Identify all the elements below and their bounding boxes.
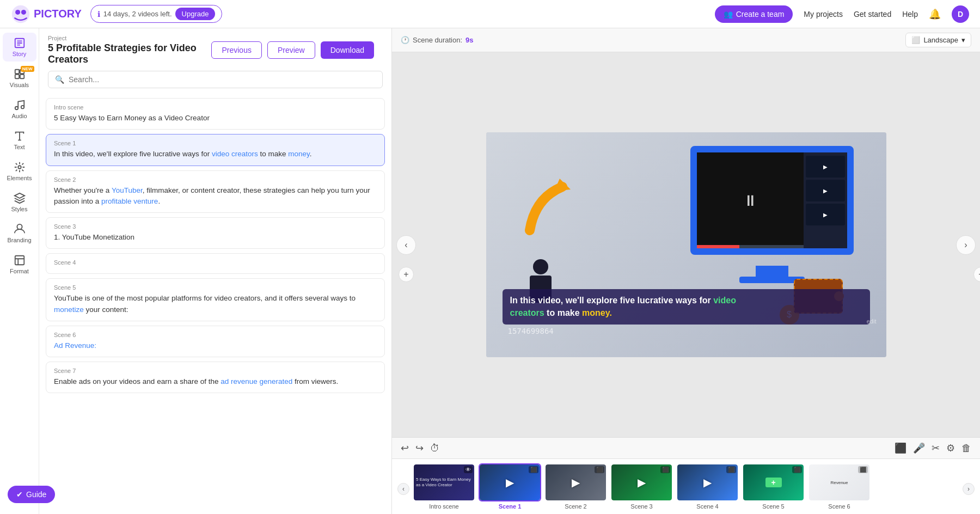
prev-scene-arrow[interactable]: ‹ xyxy=(396,235,416,255)
sidebar-item-styles[interactable]: Styles xyxy=(3,188,36,217)
scene-ad-revenue-2: ad revenue generated xyxy=(220,377,292,386)
scene-label-7: Scene 7 xyxy=(54,368,377,374)
mini-play-icon-2: ▶ xyxy=(823,188,828,194)
scene-card-1[interactable]: Scene 1 In this video, we'll explore fiv… xyxy=(46,134,385,166)
timeline-scroll-left[interactable]: ‹ xyxy=(397,483,409,495)
scene-text-2: Whether you're a YouTuber, filmmaker, or… xyxy=(54,185,377,207)
add-right-icon[interactable]: + xyxy=(973,267,980,282)
styles-icon xyxy=(14,192,26,204)
scene-duration-label: Scene duration: xyxy=(413,36,462,44)
help-link[interactable]: Help xyxy=(902,10,918,19)
scene-card-4[interactable]: Scene 4 xyxy=(46,253,385,274)
arrow-illustration xyxy=(513,176,579,243)
timeline-scroll-right[interactable]: › xyxy=(963,483,975,495)
timeline-item-scene6[interactable]: Revenue ⬛ Scene 6 xyxy=(808,463,871,512)
tl-s3-icon: ⬛ xyxy=(660,466,670,473)
sidebar-item-text[interactable]: Text xyxy=(3,126,36,155)
next-scene-arrow[interactable]: › xyxy=(956,235,976,255)
sidebar-item-elements[interactable]: Elements xyxy=(3,157,36,186)
sidebar-text-label: Text xyxy=(14,144,24,150)
landscape-selector[interactable]: ⬜ Landscape ▾ xyxy=(905,33,971,47)
sidebar-item-story[interactable]: Story xyxy=(3,33,36,62)
layout-icon[interactable]: ⬛ xyxy=(895,442,906,454)
sidebar-visuals-label: Visuals xyxy=(10,82,29,88)
tl-play-btn-s2: ▶ xyxy=(572,476,580,489)
video-panel: 🕐 Scene duration: 9s ⬜ Landscape ▾ ‹ xyxy=(392,28,980,514)
search-box[interactable]: 🔍 xyxy=(48,71,383,88)
avatar[interactable]: D xyxy=(952,5,969,23)
svg-rect-4 xyxy=(15,70,19,74)
guide-button[interactable]: ✔ Guide xyxy=(8,486,55,503)
timeline-row: ‹ 5 Easy Ways to Earn Money as a Video C… xyxy=(397,463,975,514)
search-icon: 🔍 xyxy=(55,75,64,84)
timeline-item-scene1[interactable]: ▶ ⬛ Scene 1 xyxy=(479,463,541,512)
edit-marker: edit xyxy=(867,318,877,325)
my-projects-link[interactable]: My projects xyxy=(804,10,843,19)
timeline-item-scene3[interactable]: ▶ ⬛ Scene 3 xyxy=(610,463,673,512)
tl-s5-icon: ⬛ xyxy=(792,466,802,473)
audio-icon xyxy=(14,99,26,111)
scene-label-4: Scene 4 xyxy=(54,259,377,266)
tl-thumb-scene3: ▶ ⬛ xyxy=(610,463,673,501)
trial-message: 14 days, 2 videos left. xyxy=(103,10,172,18)
thumb-bg-s2: ▶ ⬛ xyxy=(546,464,606,500)
add-left-icon[interactable]: + xyxy=(399,267,414,282)
info-icon: ℹ xyxy=(97,10,100,19)
trash-icon[interactable]: 🗑 xyxy=(961,443,971,454)
timeline-scroll-container: 5 Easy Ways to Earn Money as a Video Cre… xyxy=(413,463,959,514)
timeline-item-scene5[interactable]: + ⬛ Scene 5 xyxy=(742,463,805,512)
timeline-controls: ↩ ↪ ⏱ ⬛ 🎤 ✂ ⚙ 🗑 xyxy=(392,437,980,458)
notification-icon[interactable]: 🔔 xyxy=(929,8,941,20)
tl-s2-icon: ⬛ xyxy=(595,466,604,473)
sidebar-elements-label: Elements xyxy=(7,175,32,181)
download-button[interactable]: Download xyxy=(321,41,374,59)
timeline-item-intro[interactable]: 5 Easy Ways to Earn Money as a Video Cre… xyxy=(413,463,475,512)
tl-s6-icon: ⬛ xyxy=(858,466,868,473)
tl-s4-icon: ⬛ xyxy=(726,466,736,473)
microphone-icon[interactable]: 🎤 xyxy=(913,442,925,454)
scene-card-5[interactable]: Scene 5 YouTube is one of the most popul… xyxy=(46,278,385,321)
tl-thumb-scene6: Revenue ⬛ xyxy=(808,463,871,501)
undo-icon[interactable]: ↩ xyxy=(401,442,409,454)
video-topbar: 🕐 Scene duration: 9s ⬜ Landscape ▾ xyxy=(392,28,980,52)
monitor-main: ⏸ ▶ xyxy=(697,152,847,248)
timeline-scroll: 5 Easy Ways to Earn Money as a Video Cre… xyxy=(413,463,959,514)
sidebar-item-audio[interactable]: Audio xyxy=(3,95,36,124)
sidebar-item-format[interactable]: Format xyxy=(3,250,36,279)
scene-card-7[interactable]: Scene 7 Enable ads on your videos and ea… xyxy=(46,362,385,393)
timeline-item-scene2[interactable]: ▶ ⬛ Scene 2 xyxy=(544,463,607,512)
get-started-link[interactable]: Get started xyxy=(854,10,891,19)
create-team-label: Create a team xyxy=(736,10,785,19)
redo-icon[interactable]: ↪ xyxy=(415,442,424,454)
upgrade-button[interactable]: Upgrade xyxy=(175,8,216,20)
tl-icons-s5: ⬛ xyxy=(792,466,802,473)
branding-icon xyxy=(14,223,26,235)
scene-card-3[interactable]: Scene 3 1. YouTube Monetization xyxy=(46,217,385,249)
scene-duration: 🕐 Scene duration: 9s xyxy=(401,36,474,44)
caption-yellow: money. xyxy=(582,308,612,317)
timeline-ctrl-right: ⬛ 🎤 ✂ ⚙ 🗑 xyxy=(895,442,971,454)
create-team-button[interactable]: 👥 Create a team xyxy=(715,5,793,23)
monitor-stand xyxy=(756,266,788,277)
timeline-item-scene4[interactable]: ▶ ⬛ Scene 4 xyxy=(676,463,739,512)
settings-icon[interactable]: ⚙ xyxy=(946,442,955,454)
previous-button[interactable]: Previous xyxy=(211,41,261,59)
scene-card-2[interactable]: Scene 2 Whether you're a YouTuber, filmm… xyxy=(46,170,385,213)
video-container: ‹ ⏸ xyxy=(392,52,980,437)
search-input[interactable] xyxy=(69,75,376,84)
scene-youtuber: YouTuber xyxy=(112,186,143,194)
preview-button[interactable]: Preview xyxy=(267,41,315,59)
sidebar-item-visuals[interactable]: NEW Visuals xyxy=(3,64,36,93)
mini-play-icon: ▶ xyxy=(823,164,828,170)
sidebar-item-branding[interactable]: Branding xyxy=(3,219,36,248)
scissors-icon[interactable]: ✂ xyxy=(932,442,940,454)
scene-card-6[interactable]: Scene 6 Ad Revenue: xyxy=(46,326,385,357)
scene-highlight-blue: video creators xyxy=(212,150,258,158)
tl-icons-intro: 👁 xyxy=(464,466,473,473)
person-head xyxy=(533,259,548,274)
logo[interactable]: PICTORY xyxy=(11,4,82,24)
tl-play-btn-s3: ▶ xyxy=(638,476,646,489)
svg-point-9 xyxy=(21,106,24,109)
scene-card-intro[interactable]: Intro scene 5 Easy Ways to Earn Money as… xyxy=(46,98,385,130)
timer-icon[interactable]: ⏱ xyxy=(430,443,440,454)
